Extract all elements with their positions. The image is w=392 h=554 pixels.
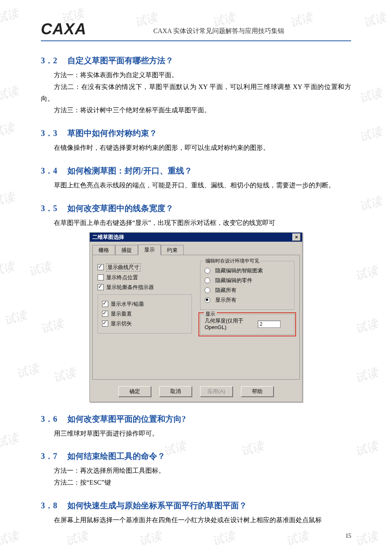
label-hide-parts: 隐藏编辑的零件 — [215, 277, 252, 284]
paragraph: 草图上红色亮点表示线段的端点，可能是开口、重线、漏线、相切小的短线，需要进一步的… — [41, 180, 351, 191]
heading-num: 3．6 — [41, 414, 57, 423]
label-show-curve-size: 显示曲线尺寸 — [106, 263, 140, 271]
label-hide-all: 隐藏所有 — [215, 287, 236, 294]
heading-title: 如何结束绘图工具的命令？ — [67, 452, 165, 461]
watermark: 试读 — [0, 82, 21, 104]
heading-3-4: 3．4 如何检测草图：封闭/开口、重线？ — [41, 165, 351, 176]
watermark: 试读 — [2, 307, 29, 329]
paragraph: 在屏幕上用鼠标选择一个基准面并在四角任一小红方块处或在设计树上相应的基准面处点鼠… — [41, 514, 351, 526]
paragraph: 在镜像操作时，右键选择要对称约束的图形，即可以生成对称约束的图形。 — [41, 142, 351, 154]
group-title-display: 显示 — [204, 311, 217, 318]
watermark: 试读 — [353, 527, 380, 549]
heading-title: 自定义草图平面有哪些方法？ — [67, 56, 174, 65]
radio-hide-smart[interactable] — [205, 268, 210, 274]
heading-3-3: 3．3 草图中如何作对称约束？ — [41, 128, 351, 139]
watermark: 试读 — [14, 360, 41, 382]
sketch-display-dialog: 二维草图选择 × 栅格 捕捉 显示 约束 显示曲线尺寸 显示终点位置 — [89, 232, 303, 402]
label-show-all: 显示所有 — [215, 296, 236, 304]
checkbox-show-profile-indicator[interactable] — [98, 284, 104, 290]
label-hide-smart: 隐藏编辑的智能图素 — [215, 267, 263, 274]
paragraph: 方法二：在没有实体的情况下，草图平面默认为 XY 平面，可以利用三维球调整 XY… — [41, 81, 351, 105]
heading-num: 3．4 — [41, 166, 57, 175]
checkbox-show-endpoint-pos[interactable] — [98, 274, 104, 280]
label-thickness: 几何厚度(仅用于OpenGL) — [205, 318, 254, 332]
ok-button[interactable]: 确定 — [118, 386, 151, 397]
label-show-profile-indicator: 显示轮廓条件指示器 — [106, 284, 154, 291]
dialog-figure: 二维草图选择 × 栅格 捕捉 显示 约束 显示曲线尺寸 显示终点位置 — [41, 232, 351, 402]
watermark: 试读 — [357, 123, 384, 145]
label-show-tan: 显示切矢 — [111, 320, 132, 327]
checkbox-show-vert[interactable] — [102, 311, 108, 317]
dialog-title: 二维草图选择 — [92, 234, 124, 241]
watermark: 试读 — [210, 527, 237, 549]
dialog-tabs: 栅格 捕捉 显示 约束 — [90, 242, 302, 255]
tab-grid[interactable]: 栅格 — [92, 245, 115, 255]
watermark: 试读 — [0, 5, 21, 27]
tab-display[interactable]: 显示 — [138, 245, 161, 255]
page-header: CAXA CAXA 实体设计常见问题解答与应用技巧集锦 — [41, 20, 351, 41]
heading-num: 3．7 — [41, 452, 57, 461]
help-button[interactable]: 帮助 — [241, 386, 274, 397]
watermark: 试读 — [353, 262, 380, 284]
heading-num: 3．8 — [41, 501, 57, 510]
radio-show-all[interactable] — [205, 297, 210, 303]
heading-title: 草图中如何作对称约束？ — [67, 129, 157, 138]
heading-title: 如何改变草图平面的位置和方向? — [67, 414, 186, 423]
apply-button[interactable]: 应用(A) — [200, 386, 233, 397]
caxa-logo: CAXA — [41, 20, 87, 38]
doc-title: CAXA 实体设计常见问题解答与应用技巧集锦 — [87, 27, 351, 38]
paragraph: 在草图平面上单击右键选择“显示”，出现下图所示对话框，改变它的线宽即可 — [41, 217, 351, 229]
watermark: 试读 — [137, 527, 163, 549]
label-show-endpoint-pos: 显示终点位置 — [106, 274, 138, 281]
paragraph: 方法三：将设计树中三个绝对坐标平面生成草图平面。 — [41, 105, 351, 116]
heading-3-7: 3．7 如何结束绘图工具的命令？ — [41, 451, 351, 462]
env-visibility-group: 编辑时在设计环境中可见 隐藏编辑的智能图素 隐藏编辑的零件 隐藏所有 — [200, 261, 294, 310]
indicator-subgroup: 显示水平/铅垂 显示垂直 显示切矢 — [98, 294, 192, 334]
heading-3-2: 3．2 自定义草图平面有哪些方法？ — [41, 55, 351, 66]
watermark: 试读 — [284, 527, 310, 549]
heading-num: 3．2 — [41, 56, 57, 65]
paragraph: 方法一：将实体表面作为自定义草图平面。 — [41, 69, 351, 81]
radio-hide-parts[interactable] — [205, 278, 210, 283]
cancel-button[interactable]: 取消 — [159, 386, 192, 397]
label-show-hv: 显示水平/铅垂 — [111, 300, 144, 308]
heading-3-8: 3．8 如何快速生成与原始坐标系平面平行的草图平面？ — [41, 500, 351, 511]
watermark: 试读 — [357, 85, 384, 106]
checkbox-show-tan[interactable] — [102, 320, 108, 327]
watermark: 试读 — [353, 364, 380, 386]
group-title-env: 编辑时在设计环境中可见 — [204, 258, 261, 265]
watermark: 试读 — [0, 527, 21, 549]
thickness-input[interactable]: 2 — [258, 320, 281, 328]
watermark: 试读 — [361, 9, 388, 31]
heading-title: 如何改变草图中的线条宽度？ — [67, 204, 174, 213]
tab-constraint[interactable]: 约束 — [161, 245, 184, 255]
dialog-button-row: 确定 取消 应用(A) 帮助 — [90, 382, 302, 402]
heading-num: 3．5 — [41, 204, 57, 213]
paragraph: 方法二：按“ESC”键 — [41, 477, 351, 489]
heading-3-6: 3．6 如何改变草图平面的位置和方向? — [41, 414, 351, 425]
watermark: 试读 — [0, 258, 17, 280]
heading-3-5: 3．5 如何改变草图中的线条宽度？ — [41, 203, 351, 214]
checkbox-show-curve-size[interactable] — [98, 264, 104, 270]
watermark: 试读 — [0, 189, 17, 210]
label-show-vert: 显示垂直 — [111, 310, 132, 318]
watermark: 试读 — [353, 315, 380, 337]
watermark: 试读 — [353, 438, 380, 459]
heading-title: 如何检测草图：封闭/开口、重线？ — [67, 166, 192, 175]
page-number: 15 — [345, 533, 351, 539]
watermark: 试读 — [0, 119, 17, 141]
display-thickness-group: 显示 几何厚度(仅用于OpenGL) 2 — [200, 314, 294, 335]
heading-num: 3．3 — [41, 129, 57, 138]
watermark: 试读 — [0, 429, 21, 451]
paragraph: 方法一：再次选择所用绘图工具图标。 — [41, 465, 351, 477]
dialog-titlebar[interactable]: 二维草图选择 × — [90, 233, 302, 242]
radio-hide-all[interactable] — [205, 287, 210, 293]
close-icon[interactable]: × — [292, 234, 301, 241]
left-column: 显示曲线尺寸 显示终点位置 显示轮廓条件指示器 显示水平/铅垂 — [98, 261, 192, 355]
tab-snap[interactable]: 捕捉 — [115, 245, 138, 255]
document-page: 试读 试读 试读 试读 试读 试读 试读 试读 试读 试读 试读 试读 试读 试… — [0, 0, 392, 554]
watermark: 试读 — [63, 527, 90, 549]
right-column: 编辑时在设计环境中可见 隐藏编辑的智能图素 隐藏编辑的零件 隐藏所有 — [200, 261, 294, 355]
watermark: 试读 — [357, 193, 384, 214]
checkbox-show-hv[interactable] — [102, 301, 108, 307]
